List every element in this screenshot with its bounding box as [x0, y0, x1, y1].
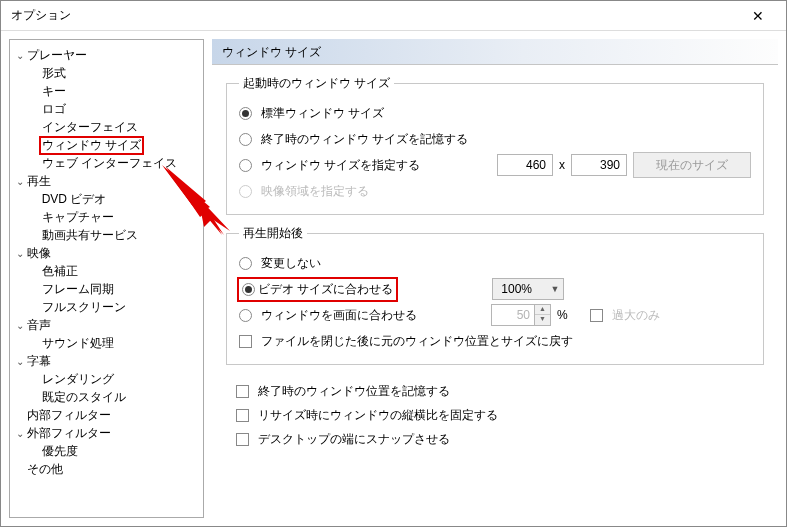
tree-item-14[interactable]: フルスクリーン — [12, 298, 201, 316]
label-fit-video: ビデオ サイズに合わせる — [258, 281, 393, 298]
tree-item-label: 外部フィルター — [25, 425, 113, 442]
tree-item-21[interactable]: ⌄外部フィルター — [12, 424, 201, 442]
twisty-open-icon[interactable]: ⌄ — [15, 50, 25, 61]
group-startup-size: 起動時のウィンドウ サイズ 標準ウィンドウ サイズ 終了時のウィンドウ サイズを… — [226, 75, 764, 215]
tree-item-2[interactable]: キー — [12, 82, 201, 100]
radio-no-change[interactable] — [239, 257, 252, 270]
tree-item-19[interactable]: 既定のスタイル — [12, 388, 201, 406]
tree-item-8[interactable]: DVD ビデオ — [12, 190, 201, 208]
window-title: オプション — [11, 7, 71, 24]
tree-item-3[interactable]: ロゴ — [12, 100, 201, 118]
titlebar: オプション ✕ — [1, 1, 786, 31]
twisty-open-icon[interactable]: ⌄ — [15, 248, 25, 259]
twisty-open-icon[interactable]: ⌄ — [15, 176, 25, 187]
spin-up-icon[interactable]: ▲ — [535, 305, 550, 315]
extra-options: 終了時のウィンドウ位置を記憶する リサイズ時にウィンドウの縦横比を固定する デス… — [212, 375, 778, 455]
tree-item-12[interactable]: 色補正 — [12, 262, 201, 280]
select-fit-percent[interactable]: 100% ▼ — [492, 278, 564, 300]
tree-indent — [12, 466, 15, 473]
tree-item-label: キー — [40, 83, 68, 100]
tree-item-label: 字幕 — [25, 353, 53, 370]
tree-item-label: キャプチャー — [40, 209, 116, 226]
label-specify-size: ウィンドウ サイズを指定する — [261, 157, 420, 174]
category-tree[interactable]: ⌄プレーヤー 形式 キー ロゴ インターフェイス ウィンドウ サイズ ウェブ イ… — [9, 39, 204, 518]
tree-indent — [12, 340, 30, 347]
checkbox-remember-win-pos[interactable] — [236, 385, 249, 398]
label-video-region: 映像領域を指定する — [261, 183, 369, 200]
input-height[interactable] — [571, 154, 627, 176]
checkbox-aspect-lock[interactable] — [236, 409, 249, 422]
tree-item-17[interactable]: ⌄字幕 — [12, 352, 201, 370]
input-width[interactable] — [497, 154, 553, 176]
tree-indent — [12, 286, 30, 293]
tree-item-13[interactable]: フレーム同期 — [12, 280, 201, 298]
chevron-down-icon: ▼ — [550, 284, 559, 294]
btn-current-size[interactable]: 現在のサイズ — [633, 152, 751, 178]
label-snap-desktop: デスクトップの端にスナップさせる — [258, 431, 450, 448]
tree-indent — [12, 88, 30, 95]
tree-item-16[interactable]: サウンド処理 — [12, 334, 201, 352]
tree-item-10[interactable]: 動画共有サービス — [12, 226, 201, 244]
tree-item-9[interactable]: キャプチャー — [12, 208, 201, 226]
tree-item-label: DVD ビデオ — [40, 191, 109, 208]
tree-item-label: その他 — [25, 461, 65, 478]
checkbox-restore-pos[interactable] — [239, 335, 252, 348]
highlight-fit-video: ビデオ サイズに合わせる — [239, 279, 396, 300]
input-fit-window-percent[interactable] — [491, 304, 535, 326]
tree-item-20[interactable]: 内部フィルター — [12, 406, 201, 424]
checkbox-snap-desktop[interactable] — [236, 433, 249, 446]
row-no-change[interactable]: 変更しない — [239, 250, 751, 276]
tree-item-15[interactable]: ⌄音声 — [12, 316, 201, 334]
tree-item-label: 既定のスタイル — [40, 389, 128, 406]
checkbox-oversized-only[interactable] — [590, 309, 603, 322]
tree-indent — [12, 394, 30, 401]
tree-indent — [12, 70, 30, 77]
row-remember-win-pos[interactable]: 終了時のウィンドウ位置を記憶する — [236, 379, 754, 403]
row-aspect-lock[interactable]: リサイズ時にウィンドウの縦横比を固定する — [236, 403, 754, 427]
label-aspect-lock: リサイズ時にウィンドウの縦横比を固定する — [258, 407, 498, 424]
tree-item-7[interactable]: ⌄再生 — [12, 172, 201, 190]
tree-item-label: フルスクリーン — [40, 299, 128, 316]
tree-item-5[interactable]: ウィンドウ サイズ — [12, 136, 201, 154]
row-standard-size[interactable]: 標準ウィンドウ サイズ — [239, 100, 751, 126]
tree-item-0[interactable]: ⌄プレーヤー — [12, 46, 201, 64]
radio-video-region — [239, 185, 252, 198]
tree-item-18[interactable]: レンダリング — [12, 370, 201, 388]
radio-fit-window[interactable] — [239, 309, 252, 322]
label-standard-size: 標準ウィンドウ サイズ — [261, 105, 384, 122]
label-remember-exit-size: 終了時のウィンドウ サイズを記憶する — [261, 131, 468, 148]
tree-indent — [12, 124, 30, 131]
tree-item-label: プレーヤー — [25, 47, 89, 64]
select-fit-percent-value: 100% — [501, 282, 532, 296]
tree-item-23[interactable]: その他 — [12, 460, 201, 478]
twisty-open-icon[interactable]: ⌄ — [15, 428, 25, 439]
tree-item-label: 優先度 — [40, 443, 80, 460]
tree-item-1[interactable]: 形式 — [12, 64, 201, 82]
row-fit-window[interactable]: ウィンドウを画面に合わせる ▲ ▼ % 過大のみ — [239, 302, 751, 328]
row-snap-desktop[interactable]: デスクトップの端にスナップさせる — [236, 427, 754, 451]
label-restore-pos: ファイルを閉じた後に元のウィンドウ位置とサイズに戻す — [261, 333, 573, 350]
radio-remember-exit-size[interactable] — [239, 133, 252, 146]
tree-item-4[interactable]: インターフェイス — [12, 118, 201, 136]
label-remember-win-pos: 終了時のウィンドウ位置を記憶する — [258, 383, 450, 400]
row-remember-exit-size[interactable]: 終了時のウィンドウ サイズを記憶する — [239, 126, 751, 152]
radio-standard-size[interactable] — [239, 107, 252, 120]
tree-item-22[interactable]: 優先度 — [12, 442, 201, 460]
tree-indent — [12, 412, 15, 419]
radio-specify-size[interactable] — [239, 159, 252, 172]
radio-fit-video[interactable] — [242, 283, 255, 296]
tree-item-label: ウェブ インターフェイス — [40, 155, 179, 172]
tree-item-label: 音声 — [25, 317, 53, 334]
tree-item-label: フレーム同期 — [40, 281, 116, 298]
row-restore-pos[interactable]: ファイルを閉じた後に元のウィンドウ位置とサイズに戻す — [239, 328, 751, 354]
tree-item-6[interactable]: ウェブ インターフェイス — [12, 154, 201, 172]
spinner-fit-window[interactable]: ▲ ▼ — [491, 304, 551, 326]
tree-item-11[interactable]: ⌄映像 — [12, 244, 201, 262]
tree-indent — [12, 160, 30, 167]
twisty-open-icon[interactable]: ⌄ — [15, 320, 25, 331]
twisty-open-icon[interactable]: ⌄ — [15, 356, 25, 367]
row-fit-video[interactable]: ビデオ サイズに合わせる 100% ▼ — [239, 276, 751, 302]
spin-down-icon[interactable]: ▼ — [535, 315, 550, 325]
close-button[interactable]: ✕ — [738, 2, 778, 30]
row-specify-size[interactable]: ウィンドウ サイズを指定する x 現在のサイズ — [239, 152, 751, 178]
